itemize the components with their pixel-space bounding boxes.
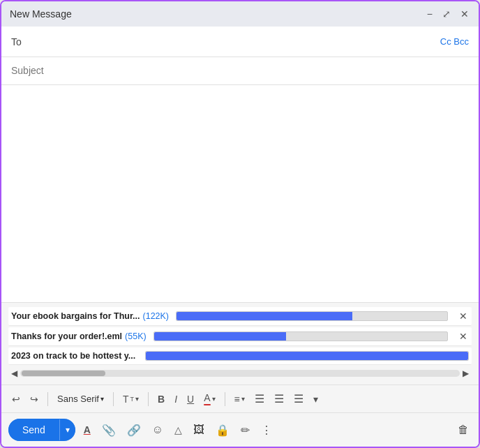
insert-drive-button[interactable]: △ <box>172 421 185 438</box>
more-options-icon: ⋮ <box>261 424 272 437</box>
toolbar-separator <box>113 392 114 406</box>
more-chevron-icon: ▾ <box>313 394 318 405</box>
expand-button[interactable]: ⤢ <box>441 8 452 20</box>
font-color-chevron: ▾ <box>212 395 216 403</box>
attachments-area: Your ebook bargains for Thur... (122K) ✕… <box>1 302 479 384</box>
redo-button[interactable]: ↪ <box>27 391 42 408</box>
font-size-button[interactable]: TT ▾ <box>119 391 142 408</box>
lock-icon: 🔒 <box>216 424 230 437</box>
font-family-select[interactable]: Sans Serif ▾ <box>54 391 107 406</box>
attachment-progress: ✕ <box>153 331 469 342</box>
emoji-icon: ☺ <box>152 424 163 436</box>
attachment-size: (55K) <box>125 331 147 341</box>
drive-icon: △ <box>174 424 182 435</box>
progress-bar-bg <box>153 331 448 341</box>
progress-bar-fill <box>146 352 468 360</box>
attachment-close-button[interactable]: ✕ <box>458 311 469 322</box>
signature-button[interactable]: ✏ <box>238 421 253 440</box>
scroll-track[interactable] <box>20 370 460 377</box>
email-body[interactable] <box>1 85 479 302</box>
trash-icon: 🗑 <box>458 424 469 435</box>
bottom-actions: A 📎 🔗 ☺ △ 🖼 🔒 ✏ ⋮ <box>81 421 449 440</box>
to-field-row: To Cc Bcc <box>1 27 479 57</box>
font-color-icon: A <box>204 392 210 405</box>
subject-input[interactable] <box>11 65 469 76</box>
horizontal-scrollbar: ◀ ▶ <box>8 366 472 380</box>
indent-button[interactable]: ☰ <box>290 389 307 408</box>
title-bar-controls: − ⤢ ✕ <box>426 8 470 20</box>
align-chevron: ▾ <box>241 395 245 403</box>
toolbar-separator <box>225 392 225 406</box>
attachment-row: 2023 on track to be hottest y... <box>8 348 472 365</box>
attachment-progress <box>145 351 469 361</box>
discard-button[interactable]: 🗑 <box>455 421 472 439</box>
format-text-icon: A <box>84 424 91 435</box>
attachment-row: Thanks for your order!.eml (55K) ✕ <box>8 327 472 346</box>
align-icon: ≡ <box>234 394 240 405</box>
insert-emoji-button[interactable]: ☺ <box>149 421 166 439</box>
font-family-chevron: ▾ <box>100 395 104 403</box>
close-button[interactable]: ✕ <box>459 8 470 20</box>
more-formatting-button[interactable]: ▾ <box>310 391 322 408</box>
attachment-name: Thanks for your order!.eml <box>11 331 122 341</box>
attach-file-button[interactable]: 📎 <box>99 421 119 440</box>
ordered-list-button[interactable]: ☰ <box>251 389 268 408</box>
attach-icon: 📎 <box>102 424 116 437</box>
send-options-button[interactable]: ▾ <box>59 419 75 440</box>
title-bar: New Message − ⤢ ✕ <box>1 1 479 27</box>
toolbar-separator <box>47 392 48 406</box>
scroll-left-button[interactable]: ◀ <box>11 368 17 378</box>
signature-icon: ✏ <box>241 424 250 437</box>
scroll-right-button[interactable]: ▶ <box>463 368 469 378</box>
attachment-close-button[interactable]: ✕ <box>458 331 469 342</box>
bold-button[interactable]: B <box>154 391 168 408</box>
minimize-button[interactable]: − <box>426 8 434 20</box>
progress-bar-fill <box>177 312 352 320</box>
send-arrow-icon: ▾ <box>66 425 70 435</box>
attachment-row: Your ebook bargains for Thur... (122K) ✕ <box>8 307 472 326</box>
unordered-list-button[interactable]: ☰ <box>271 389 287 408</box>
insert-photo-button[interactable]: 🖼 <box>190 421 207 439</box>
to-label: To <box>11 36 22 47</box>
subject-row <box>1 57 479 85</box>
progress-bar-fill <box>154 332 286 341</box>
formatting-toolbar: ↩ ↪ Sans Serif ▾ TT ▾ B I U A ▾ ≡ ▾ ☰ ☰ … <box>1 384 479 412</box>
scroll-thumb <box>22 371 105 376</box>
compose-window: New Message − ⤢ ✕ To Cc Bcc Your ebook b… <box>0 0 480 448</box>
align-button[interactable]: ≡ ▾ <box>231 391 248 408</box>
progress-bar-bg <box>176 311 448 321</box>
window-title: New Message <box>10 8 72 20</box>
format-text-button[interactable]: A <box>81 421 93 438</box>
lock-button[interactable]: 🔒 <box>213 421 232 440</box>
more-options-button[interactable]: ⋮ <box>258 421 275 440</box>
photo-icon: 🖼 <box>193 424 204 436</box>
underline-button[interactable]: U <box>183 391 197 408</box>
link-icon: 🔗 <box>127 424 141 437</box>
undo-button[interactable]: ↩ <box>8 391 24 408</box>
attachment-name: Your ebook bargains for Thur... <box>11 311 140 321</box>
italic-button[interactable]: I <box>171 391 181 408</box>
bottom-bar: Send ▾ A 📎 🔗 ☺ △ 🖼 <box>1 412 479 447</box>
insert-link-button[interactable]: 🔗 <box>124 421 144 440</box>
send-button-wrap: Send ▾ <box>8 419 75 441</box>
font-family-label: Sans Serif <box>57 394 99 404</box>
cc-bcc-button[interactable]: Cc Bcc <box>440 36 469 47</box>
attachment-progress: ✕ <box>176 311 469 322</box>
send-button[interactable]: Send <box>8 419 59 441</box>
attachment-name: 2023 on track to be hottest y... <box>11 351 135 361</box>
attachment-size: (122K) <box>143 311 170 321</box>
toolbar-separator <box>148 392 149 406</box>
font-color-button[interactable]: A ▾ <box>200 389 218 408</box>
progress-bar-bg <box>145 351 469 361</box>
